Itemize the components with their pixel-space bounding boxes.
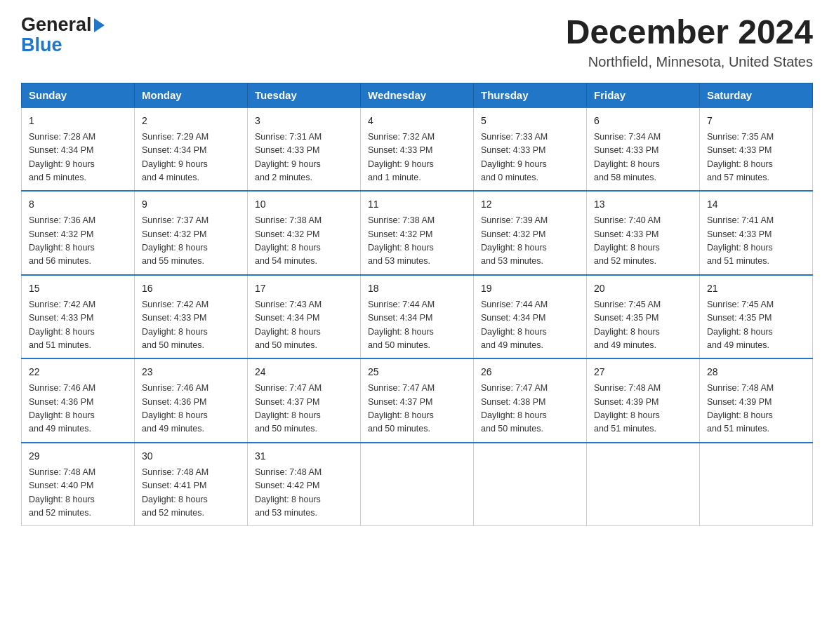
day-cell: 28 Sunrise: 7:48 AMSunset: 4:39 PMDaylig… (700, 358, 813, 443)
main-title: December 2024 (566, 14, 813, 51)
logo: General Blue (21, 14, 105, 56)
day-info: Sunrise: 7:44 AMSunset: 4:34 PMDaylight:… (368, 298, 466, 353)
day-cell: 5 Sunrise: 7:33 AMSunset: 4:33 PMDayligh… (474, 107, 587, 192)
day-info: Sunrise: 7:45 AMSunset: 4:35 PMDaylight:… (707, 298, 805, 353)
day-number: 7 (707, 114, 805, 128)
day-cell: 31 Sunrise: 7:48 AMSunset: 4:42 PMDaylig… (248, 443, 361, 526)
day-number: 30 (142, 449, 240, 464)
day-cell: 7 Sunrise: 7:35 AMSunset: 4:33 PMDayligh… (700, 107, 813, 192)
day-info: Sunrise: 7:39 AMSunset: 4:32 PMDaylight:… (481, 214, 579, 269)
day-info: Sunrise: 7:45 AMSunset: 4:35 PMDaylight:… (594, 298, 692, 353)
day-number: 18 (368, 281, 466, 296)
week-row-3: 15 Sunrise: 7:42 AMSunset: 4:33 PMDaylig… (22, 275, 813, 359)
day-info: Sunrise: 7:31 AMSunset: 4:33 PMDaylight:… (255, 130, 353, 185)
day-cell: 25 Sunrise: 7:47 AMSunset: 4:37 PMDaylig… (361, 358, 474, 443)
week-row-5: 29 Sunrise: 7:48 AMSunset: 4:40 PMDaylig… (22, 443, 813, 526)
day-number: 17 (255, 281, 353, 296)
day-number: 13 (594, 197, 692, 212)
header-thursday: Thursday (474, 83, 587, 107)
day-info: Sunrise: 7:37 AMSunset: 4:32 PMDaylight:… (142, 214, 240, 269)
day-cell (700, 443, 813, 526)
day-number: 23 (142, 365, 240, 380)
day-cell: 30 Sunrise: 7:48 AMSunset: 4:41 PMDaylig… (135, 443, 248, 526)
day-number: 14 (707, 197, 805, 212)
day-info: Sunrise: 7:48 AMSunset: 4:39 PMDaylight:… (594, 382, 692, 436)
day-number: 9 (142, 197, 240, 212)
day-number: 21 (707, 281, 805, 296)
day-cell: 29 Sunrise: 7:48 AMSunset: 4:40 PMDaylig… (22, 443, 135, 526)
day-info: Sunrise: 7:44 AMSunset: 4:34 PMDaylight:… (481, 298, 579, 353)
header-sunday: Sunday (22, 83, 135, 107)
day-cell: 6 Sunrise: 7:34 AMSunset: 4:33 PMDayligh… (587, 107, 700, 192)
day-cell: 19 Sunrise: 7:44 AMSunset: 4:34 PMDaylig… (474, 275, 587, 359)
day-cell (361, 443, 474, 526)
day-cell (474, 443, 587, 526)
header-friday: Friday (587, 83, 700, 107)
week-row-4: 22 Sunrise: 7:46 AMSunset: 4:36 PMDaylig… (22, 358, 813, 443)
day-number: 15 (29, 281, 127, 296)
day-info: Sunrise: 7:34 AMSunset: 4:33 PMDaylight:… (594, 130, 692, 185)
week-row-1: 1 Sunrise: 7:28 AMSunset: 4:34 PMDayligh… (22, 107, 813, 192)
day-number: 12 (481, 197, 579, 212)
day-info: Sunrise: 7:36 AMSunset: 4:32 PMDaylight:… (29, 214, 127, 269)
page-header: General Blue December 2024 Northfield, M… (21, 14, 813, 70)
day-number: 27 (594, 365, 692, 380)
day-info: Sunrise: 7:28 AMSunset: 4:34 PMDaylight:… (29, 130, 127, 185)
day-cell: 1 Sunrise: 7:28 AMSunset: 4:34 PMDayligh… (22, 107, 135, 192)
day-info: Sunrise: 7:29 AMSunset: 4:34 PMDaylight:… (142, 130, 240, 185)
day-number: 4 (368, 114, 466, 128)
day-cell: 12 Sunrise: 7:39 AMSunset: 4:32 PMDaylig… (474, 191, 587, 275)
day-number: 29 (29, 449, 127, 464)
day-number: 3 (255, 114, 353, 128)
day-cell: 23 Sunrise: 7:46 AMSunset: 4:36 PMDaylig… (135, 358, 248, 443)
day-cell: 10 Sunrise: 7:38 AMSunset: 4:32 PMDaylig… (248, 191, 361, 275)
header-monday: Monday (135, 83, 248, 107)
day-info: Sunrise: 7:46 AMSunset: 4:36 PMDaylight:… (29, 382, 127, 436)
day-number: 5 (481, 114, 579, 128)
day-number: 24 (255, 365, 353, 380)
day-info: Sunrise: 7:38 AMSunset: 4:32 PMDaylight:… (255, 214, 353, 269)
day-cell: 18 Sunrise: 7:44 AMSunset: 4:34 PMDaylig… (361, 275, 474, 359)
day-cell: 3 Sunrise: 7:31 AMSunset: 4:33 PMDayligh… (248, 107, 361, 192)
day-cell: 15 Sunrise: 7:42 AMSunset: 4:33 PMDaylig… (22, 275, 135, 359)
day-cell: 21 Sunrise: 7:45 AMSunset: 4:35 PMDaylig… (700, 275, 813, 359)
calendar-table: Sunday Monday Tuesday Wednesday Thursday… (21, 83, 813, 527)
day-cell: 13 Sunrise: 7:40 AMSunset: 4:33 PMDaylig… (587, 191, 700, 275)
day-number: 28 (707, 365, 805, 380)
day-number: 8 (29, 197, 127, 212)
day-number: 10 (255, 197, 353, 212)
day-info: Sunrise: 7:48 AMSunset: 4:41 PMDaylight:… (142, 466, 240, 521)
subtitle: Northfield, Minnesota, United States (566, 54, 813, 70)
calendar-header-row: Sunday Monday Tuesday Wednesday Thursday… (22, 83, 813, 107)
day-cell: 24 Sunrise: 7:47 AMSunset: 4:37 PMDaylig… (248, 358, 361, 443)
day-number: 26 (481, 365, 579, 380)
day-info: Sunrise: 7:47 AMSunset: 4:37 PMDaylight:… (255, 382, 353, 436)
day-cell: 9 Sunrise: 7:37 AMSunset: 4:32 PMDayligh… (135, 191, 248, 275)
day-info: Sunrise: 7:35 AMSunset: 4:33 PMDaylight:… (707, 130, 805, 185)
day-info: Sunrise: 7:46 AMSunset: 4:36 PMDaylight:… (142, 382, 240, 436)
day-info: Sunrise: 7:47 AMSunset: 4:37 PMDaylight:… (368, 382, 466, 436)
day-number: 20 (594, 281, 692, 296)
day-number: 25 (368, 365, 466, 380)
day-cell: 11 Sunrise: 7:38 AMSunset: 4:32 PMDaylig… (361, 191, 474, 275)
day-number: 11 (368, 197, 466, 212)
day-cell: 26 Sunrise: 7:47 AMSunset: 4:38 PMDaylig… (474, 358, 587, 443)
day-cell: 2 Sunrise: 7:29 AMSunset: 4:34 PMDayligh… (135, 107, 248, 192)
day-number: 31 (255, 449, 353, 464)
day-info: Sunrise: 7:33 AMSunset: 4:33 PMDaylight:… (481, 130, 579, 185)
day-info: Sunrise: 7:32 AMSunset: 4:33 PMDaylight:… (368, 130, 466, 185)
day-info: Sunrise: 7:43 AMSunset: 4:34 PMDaylight:… (255, 298, 353, 353)
day-cell: 20 Sunrise: 7:45 AMSunset: 4:35 PMDaylig… (587, 275, 700, 359)
day-cell: 14 Sunrise: 7:41 AMSunset: 4:33 PMDaylig… (700, 191, 813, 275)
day-cell: 27 Sunrise: 7:48 AMSunset: 4:39 PMDaylig… (587, 358, 700, 443)
logo-blue-text: Blue (21, 34, 62, 56)
week-row-2: 8 Sunrise: 7:36 AMSunset: 4:32 PMDayligh… (22, 191, 813, 275)
day-number: 1 (29, 114, 127, 128)
logo-triangle-icon (94, 18, 105, 32)
day-cell: 4 Sunrise: 7:32 AMSunset: 4:33 PMDayligh… (361, 107, 474, 192)
day-number: 19 (481, 281, 579, 296)
day-info: Sunrise: 7:42 AMSunset: 4:33 PMDaylight:… (29, 298, 127, 353)
day-cell (587, 443, 700, 526)
logo-general-text: General (21, 14, 92, 36)
day-info: Sunrise: 7:42 AMSunset: 4:33 PMDaylight:… (142, 298, 240, 353)
